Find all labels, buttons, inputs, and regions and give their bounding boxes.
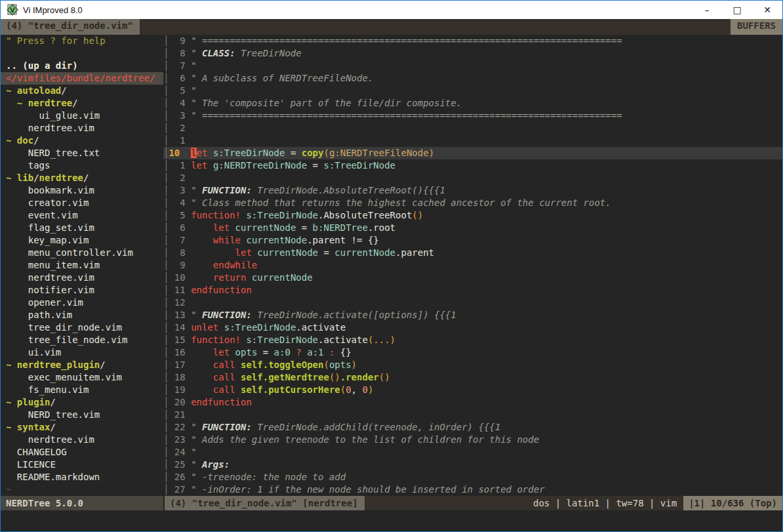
tree-item[interactable]: opener.vim [1,297,163,309]
window-separator[interactable]: │ [163,222,169,233]
tree-item[interactable]: key_map.vim [1,234,163,247]
tree-item[interactable]: ~ autoload/ [1,85,163,97]
code-line[interactable]: │24 " [163,446,782,459]
window-separator[interactable]: │ [163,434,169,445]
window-separator[interactable]: │ [163,173,169,183]
window-separator[interactable]: │ [163,297,169,308]
tree-item[interactable]: nerdtree.vim [1,122,163,134]
code-line[interactable]: │3 " FUNCTION: TreeDirNode.AbsoluteTreeR… [163,184,782,197]
tree-item[interactable]: nerdtree.vim [1,434,163,446]
window-separator[interactable]: │ [163,459,169,470]
code-line[interactable]: │2 [163,172,782,184]
window-separator[interactable]: │ [163,60,169,71]
code-line[interactable]: │15 function! s:TreeDirNode.activate(...… [163,334,782,346]
tree-item[interactable]: menu_controller.vim [1,247,163,259]
window-separator[interactable]: │ [163,73,169,83]
code-line[interactable]: │5 function! s:TreeDirNode.AbsoluteTreeR… [163,209,782,222]
window-separator[interactable]: │ [163,422,169,432]
window-separator[interactable]: │ [163,123,169,133]
code-line-current[interactable]: │10 let s:TreeDirNode = copy(g:NERDTreeF… [163,147,782,159]
code-line[interactable]: │3 " ===================================… [163,110,782,122]
tree-item[interactable]: tags [1,159,163,172]
code-line[interactable]: │1 let g:NERDTreeDirNode = s:TreeDirNode [163,159,782,172]
code-line[interactable]: │22 " FUNCTION: TreeDirNode.addChild(tre… [163,421,782,434]
window-separator[interactable]: │ [163,447,169,457]
window-separator[interactable]: │ [163,48,169,58]
code-line[interactable]: │20 endfunction [163,396,782,409]
code-line[interactable]: │21 [163,409,782,421]
maximize-button[interactable]: □ [722,1,752,19]
code-line[interactable]: │4 " Class method that returns the highe… [163,197,782,209]
code-line[interactable]: │5 " [163,85,782,97]
code-line[interactable]: │18 call self.getNerdtree().render() [163,371,782,384]
code-line[interactable]: │25 " Args: [163,459,782,471]
window-separator[interactable]: │ [163,384,169,395]
window-separator[interactable]: │ [163,472,169,482]
code-line[interactable]: │16 let opts = a:0 ? a:1 : {} [163,346,782,359]
tree-item[interactable]: bookmark.vim [1,184,163,197]
window-separator[interactable]: │ [163,359,169,370]
window-separator[interactable]: │ [163,85,169,96]
window-separator[interactable]: │ [163,235,169,245]
window-separator[interactable]: │ [163,110,169,121]
tree-item[interactable] [1,47,163,60]
tree-item[interactable]: event.vim [1,209,163,222]
tree-item[interactable]: path.vim [1,309,163,321]
tree-item[interactable]: tree_file_node.vim [1,334,163,346]
tree-item[interactable]: CHANGELOG [1,446,163,459]
tree-item[interactable]: NERD_tree.vim [1,409,163,421]
window-separator[interactable]: │ [163,148,169,158]
code-line[interactable]: │7 " [163,60,782,72]
code-line[interactable]: │11 endfunction [163,284,782,297]
window-separator[interactable]: │ [163,335,169,345]
code-line[interactable]: │4 " The 'composite' part of the file/di… [163,97,782,110]
code-line[interactable]: │9 endwhile [163,259,782,272]
window-separator[interactable]: │ [163,397,169,407]
code-line[interactable]: │13 " FUNCTION: TreeDirNode.activate([op… [163,309,782,321]
tree-item[interactable]: .. (up a dir) [1,60,163,72]
code-line[interactable]: │8 let currentNode = currentNode.parent [163,247,782,259]
window-separator[interactable]: │ [163,347,169,358]
window-separator[interactable]: │ [163,484,169,495]
tree-item[interactable]: tree_dir_node.vim [1,321,163,334]
code-line[interactable]: │17 call self.toggleOpen(opts) [163,359,782,371]
window-separator[interactable]: │ [163,98,169,108]
tree-item[interactable]: NERD_tree.txt [1,147,163,159]
window-separator[interactable]: │ [163,372,169,382]
window-separator[interactable]: │ [163,135,169,146]
window-separator[interactable]: │ [163,310,169,320]
tree-item[interactable]: fs_menu.vim [1,384,163,396]
window-separator[interactable]: │ [163,247,169,258]
close-button[interactable]: ✕ [752,1,782,19]
tree-item[interactable]: ~ nerdtree_plugin/ [1,359,163,371]
tree-item[interactable]: " Press ? for help [1,35,163,47]
code-line[interactable]: │19 call self.putCursorHere(0, 0) [163,384,782,396]
tree-item[interactable]: ui_glue.vim [1,110,163,122]
tree-item[interactable]: menu_item.vim [1,259,163,272]
window-separator[interactable]: │ [163,322,169,333]
tree-item[interactable]: README.markdown [1,471,163,483]
tree-item[interactable]: ~ plugin/ [1,396,163,409]
tree-item[interactable]: notifier.vim [1,284,163,297]
window-separator[interactable]: │ [163,285,169,295]
code-line[interactable]: │23 " Adds the given treenode to the lis… [163,434,782,446]
tree-item[interactable]: ~ nerdtree/ [1,97,163,110]
tree-item[interactable]: ui.vim [1,346,163,359]
command-line[interactable] [1,510,782,531]
tree-item[interactable]: ~ [1,483,163,496]
tree-item[interactable]: flag_set.vim [1,222,163,234]
code-line[interactable]: │8 " CLASS: TreeDirNode [163,47,782,60]
window-separator[interactable]: │ [163,260,169,270]
tree-item[interactable]: nerdtree.vim [1,272,163,284]
tree-item[interactable]: creator.vim [1,197,163,209]
code-line[interactable]: │1 [163,134,782,147]
window-separator[interactable]: │ [163,272,169,283]
tree-item[interactable]: ~ lib/nerdtree/ [1,172,163,184]
tree-item[interactable]: LICENCE [1,459,163,471]
window-separator[interactable]: │ [163,197,169,208]
code-line[interactable]: │7 while currentNode.parent != {} [163,234,782,247]
code-line[interactable]: │2 [163,122,782,134]
window-separator[interactable]: │ [163,35,169,46]
code-line[interactable]: │26 " -treenode: the node to add [163,471,782,483]
window-separator[interactable]: │ [163,210,169,220]
